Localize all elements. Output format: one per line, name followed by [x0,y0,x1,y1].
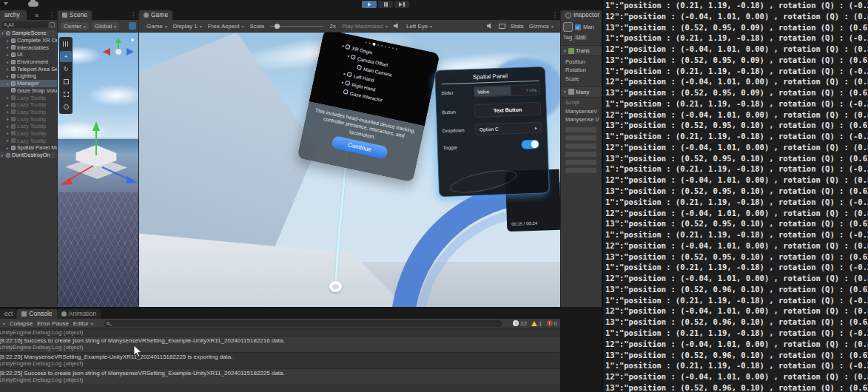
cloud-icon[interactable] [28,1,38,7]
error-pause-button[interactable]: Error Pause [37,320,69,327]
hierarchy-item[interactable]: Gaze Snap Volur [0,87,57,95]
hierarchy-item[interactable]: ▸ Spatial Panel Ma [0,144,57,152]
active-checkbox[interactable]: ✓ [575,24,581,30]
hierarchy-item[interactable]: ▸ DontDestroyOn [0,152,57,159]
panel-menu-icon[interactable] [47,10,57,20]
scale-tool[interactable] [60,76,72,87]
toggle-switch[interactable] [521,140,539,149]
vsync-icon[interactable] [499,24,505,29]
hierarchy-item[interactable]: ▸ Interactables [0,44,57,51]
mute-audio-icon[interactable] [394,23,400,30]
hierarchy-item[interactable]: ▸ Manager [0,80,57,87]
tab-project[interactable]: ect [0,309,17,319]
hierarchy-item[interactable]: ▸ Environment [0,58,57,66]
move-tool[interactable]: + [60,51,72,62]
info-count-badge[interactable]: !22 [513,320,527,327]
pane-caret-icon[interactable]: ▾ [3,321,5,326]
warning-count-badge[interactable]: 1 [531,320,542,327]
game-viewport[interactable]: 00:15 / 00:24 ▾ XR Origin [139,33,560,307]
game-tab-icon [144,13,149,18]
hierarchy-item[interactable]: ▸ UI [0,51,57,58]
hierarchy-item-label: Spatial Panel Ma [17,144,57,151]
stats-button[interactable]: Stats [511,23,524,30]
hierarchy-item-label: UI [17,51,23,58]
hierarchy-search-input[interactable]: All [2,21,48,28]
console-panel: ect Console Animation ▾ Collapse Error P… [0,307,560,392]
xr-node-icon [343,89,349,95]
hierarchy-item[interactable]: ▸ Lazy Tooltip [0,101,57,109]
object-name-field[interactable]: Man [583,24,594,30]
orientation-dropdown[interactable]: Global [92,22,119,30]
rect-tool[interactable] [60,89,72,100]
option-dropdown[interactable]: Option C ▸ [475,122,542,135]
transform-component-header[interactable]: ▼ Trans [561,45,602,56]
column-toggle-icon[interactable] [50,22,55,27]
tab-console[interactable]: Console [17,309,56,319]
gizmos-dropdown[interactable]: Gizmos [529,23,554,30]
hierarchy-tree[interactable]: ▾ SampleScene ▸ Complete XR Ori ▸ Intera… [0,30,57,307]
console-log-entry[interactable]: [8:22:25] ManysenseVRSetting_Example-Uni… [0,353,560,369]
console-log-entry[interactable]: UnityEngine.Debug:Log (object) [0,328,560,337]
scale-slider[interactable] [270,26,323,27]
auto-lock-icon[interactable]: a [35,10,38,20]
hierarchy-item[interactable]: ▸ Lazy Tooltip [0,123,57,130]
info-icon: ! [513,320,519,326]
tag-dropdown[interactable]: Unt [574,35,587,40]
game-mode-dropdown[interactable]: Game [147,23,167,30]
hierarchy-item[interactable]: ▸ Lazy Tooltip [0,94,57,101]
tab-scene[interactable]: Scene [58,10,92,20]
hierarchy-item[interactable]: ▸ Teleport Area Se [0,65,57,72]
scene-menu-icon[interactable] [50,30,57,36]
play-maximized-dropdown[interactable]: Play Maximized [342,23,388,30]
panel-menu-icon[interactable] [128,10,138,20]
play-button[interactable] [362,1,377,8]
speaker-icon[interactable] [487,23,494,30]
hierarchy-item[interactable]: ▸ Lazy Tooltip [0,130,57,138]
tab-animation[interactable]: Animation [57,309,101,319]
slider-type-label: TYPE [511,85,539,95]
scene-menu-icon[interactable] [50,152,57,158]
pause-button[interactable] [378,1,393,8]
console-log-list[interactable]: UnityEngine.Debug:Log (object) [8:22:16]… [0,328,560,392]
rotate-tool[interactable]: ↻ [60,64,72,75]
hierarchy-item[interactable]: ▸ Lazy Tooltip [0,115,57,123]
display-dropdown[interactable]: Display 1 [173,23,202,30]
editor-dropdown[interactable]: Editor [73,320,93,327]
panel-menu-icon[interactable] [550,10,560,20]
aspect-dropdown[interactable]: Free Aspect [208,23,244,30]
account-caret-icon[interactable] [4,2,8,5]
external-log-terminal[interactable]: 1":"position : (0.21, 1.19, -0.18) , rot… [602,0,868,392]
hierarchy-item[interactable]: ▾ SampleScene [0,30,57,37]
eye-dropdown[interactable]: Left Eye [406,23,432,30]
tab-game[interactable]: Game [139,10,172,20]
error-count-badge[interactable]: !0 [547,320,557,327]
transform-tool[interactable] [60,101,72,112]
console-log-entry[interactable]: [8:22:25] Success to create json string … [0,369,560,385]
hierarchy-item[interactable]: ▸ Lazy Tooltip [0,137,57,144]
hierarchy-item[interactable]: ▸ Lighting [0,72,57,80]
terminal-log-line: 13":"position : (0.52, 0.95, 0.09) , rot… [605,55,868,66]
hierarchy-item[interactable]: ▸ Lazy Tooltip [0,109,57,116]
vr-spatial-panel[interactable]: Spatial Panel Slider Value TYPE Button T… [434,66,550,197]
hierarchy-item-label: Manager [17,80,39,87]
scene-viewport[interactable]: + ↻ [58,33,138,307]
pivot-dropdown[interactable]: Center [61,22,89,30]
grid-toggle-icon[interactable] [129,22,136,30]
hand-tool[interactable] [60,38,72,50]
step-button[interactable] [394,1,409,8]
collapse-button[interactable]: Collapse [10,320,33,327]
value-slider[interactable]: Value TYPE [474,84,540,98]
hierarchy-item-label: Teleport Area Se [17,66,57,72]
tab-inspector[interactable]: i Inspector [561,10,602,20]
terminal-log-line: 12":"position : (-0.04, 1.01, 0.00) , ro… [605,208,868,219]
tab-hierarchy[interactable]: archy [0,10,27,20]
hierarchy-item[interactable]: ▸ Complete XR Ori [0,37,57,44]
text-button[interactable]: Text Button [474,102,542,118]
scale-slider-knob[interactable] [275,24,280,29]
log-stacktrace: UnityEngine.Debug:Log (object) [0,344,560,351]
console-search-input[interactable] [104,320,502,327]
script-component-header[interactable]: ▼ Many [561,87,602,98]
orientation-gizmo[interactable] [100,36,137,67]
console-log-entry[interactable]: [8:22:16] Success to create json string … [0,337,560,353]
console-tab-label: Console [29,309,52,319]
